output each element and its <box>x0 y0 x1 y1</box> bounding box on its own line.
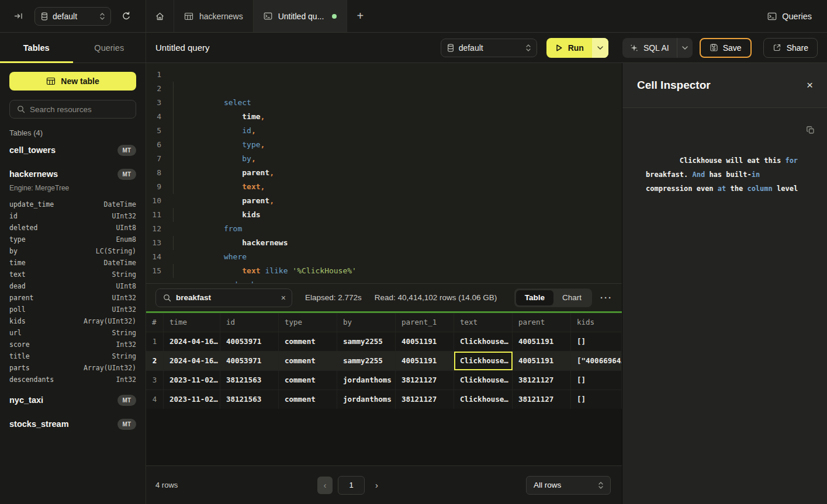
table-cell[interactable]: 2024-04-16… <box>164 352 220 370</box>
code-line[interactable]: 2 time, <box>146 82 622 96</box>
table-cell[interactable]: Clickhouse… <box>454 332 513 351</box>
sql-ai-options-button[interactable] <box>677 38 693 58</box>
table-cell[interactable]: 40051191 <box>513 352 571 370</box>
table-cell[interactable]: Clickhouse… <box>454 371 513 390</box>
copy-button[interactable] <box>806 126 815 135</box>
column-header[interactable]: type <box>279 313 337 332</box>
table-cell[interactable]: 4 <box>146 390 164 409</box>
code-line[interactable]: 14 order by <box>146 250 622 264</box>
column-header[interactable]: by <box>337 313 396 332</box>
sidebar-tab-queries[interactable]: Queries <box>73 33 146 62</box>
sidebar-table-item[interactable]: cell_towers MT <box>9 141 136 159</box>
table-cell[interactable]: 38121127 <box>396 371 454 390</box>
code-line[interactable]: 9 kids <box>146 180 622 194</box>
code-line[interactable]: 1 select <box>146 68 622 82</box>
table-row[interactable]: 12024-04-16…40053971commentsammy22554005… <box>146 332 622 351</box>
code-line[interactable]: 6 parent, <box>146 138 622 152</box>
new-tab-button[interactable]: + <box>347 0 373 32</box>
run-options-button[interactable] <box>592 38 608 58</box>
run-button[interactable]: Run <box>546 38 592 58</box>
table-row[interactable]: 42023-11-02…38121563commentjordanthoms38… <box>146 390 622 409</box>
save-button[interactable]: Save <box>700 38 752 58</box>
sidebar-table-item[interactable]: hackernews MT <box>9 165 136 183</box>
table-cell[interactable]: 38121127 <box>396 390 454 409</box>
close-inspector-button[interactable]: × <box>807 79 813 92</box>
code-line[interactable]: 7 text, <box>146 152 622 166</box>
next-page-button[interactable]: › <box>375 480 378 490</box>
table-cell[interactable]: [] <box>571 390 622 409</box>
query-database-select[interactable]: default <box>441 39 537 57</box>
code-line[interactable]: 12 where <box>146 222 622 236</box>
page-number-input[interactable] <box>338 476 365 495</box>
share-button[interactable]: Share <box>763 38 818 58</box>
table-cell[interactable]: comment <box>279 390 337 409</box>
table-cell[interactable]: Clickhouse… <box>454 390 513 409</box>
table-cell[interactable]: ["40066964… <box>571 352 622 370</box>
table-cell[interactable]: 3 <box>146 371 164 390</box>
page-size-select[interactable]: All rows <box>526 476 611 495</box>
table-cell[interactable]: 2023-11-02… <box>164 371 220 390</box>
table-cell[interactable]: jordanthoms <box>337 390 396 409</box>
code-line[interactable]: 4 type, <box>146 110 622 124</box>
table-cell[interactable]: comment <box>279 371 337 390</box>
table-row[interactable]: 32023-11-02…38121563commentjordanthoms38… <box>146 370 622 390</box>
sidebar-tab-tables[interactable]: Tables <box>0 33 73 62</box>
table-cell[interactable]: 40053971 <box>220 332 279 351</box>
table-cell[interactable]: 40051191 <box>396 332 454 351</box>
view-toggle-table[interactable]: Table <box>516 290 553 305</box>
new-table-button[interactable]: New table <box>9 72 136 91</box>
view-toggle-chart[interactable]: Chart <box>553 290 590 305</box>
table-cell[interactable]: sammy2255 <box>337 332 396 351</box>
sql-ai-button[interactable]: SQL AI <box>622 38 677 58</box>
table-cell[interactable]: [] <box>571 371 622 390</box>
clear-search-button[interactable]: × <box>281 293 286 303</box>
column-header[interactable]: # <box>146 313 164 332</box>
table-cell[interactable]: comment <box>279 332 337 351</box>
table-row[interactable]: 22024-04-16…40053971commentsammy22554005… <box>146 351 622 370</box>
table-cell[interactable]: 2024-04-16… <box>164 332 220 351</box>
code-line[interactable]: 11 hackernews <box>146 208 622 222</box>
table-cell[interactable]: 40051191 <box>513 332 571 351</box>
column-name: parent <box>9 294 34 302</box>
queries-shortcut-button[interactable]: Queries <box>767 0 827 32</box>
table-cell[interactable]: 38121127 <box>513 371 571 390</box>
table-cell[interactable]: [] <box>571 332 622 351</box>
table-cell[interactable]: 2 <box>146 352 164 370</box>
sidebar-table-item[interactable]: stocks_stream MT <box>9 415 136 433</box>
table-cell[interactable]: 2023-11-02… <box>164 390 220 409</box>
code-line[interactable]: 5 by, <box>146 124 622 138</box>
more-options-button[interactable]: ··· <box>600 293 613 303</box>
sidebar-table-item[interactable]: nyc_taxi MT <box>9 391 136 409</box>
table-cell[interactable]: 38121563 <box>220 371 279 390</box>
table-cell[interactable]: sammy2255 <box>337 352 396 370</box>
code-line[interactable]: 10 from <box>146 194 622 208</box>
tab-untitled-query[interactable]: Untitled qu... <box>254 0 348 32</box>
column-header[interactable]: id <box>220 313 279 332</box>
table-cell[interactable]: 40051191 <box>396 352 454 370</box>
table-cell[interactable]: 38121563 <box>220 390 279 409</box>
table-cell[interactable]: 38121127 <box>513 390 571 409</box>
table-cell[interactable]: comment <box>279 352 337 370</box>
column-header[interactable]: time <box>164 313 220 332</box>
results-search-input[interactable] <box>176 293 276 302</box>
column-header[interactable]: parent_1 <box>396 313 454 332</box>
previous-page-button[interactable]: ‹ <box>317 477 333 494</box>
column-header[interactable]: kids <box>571 313 622 332</box>
code-line[interactable]: 15 time desc <box>146 264 622 278</box>
column-header[interactable]: text <box>454 313 513 332</box>
code-line[interactable]: 3 id, <box>146 96 622 110</box>
tab-home[interactable] <box>146 0 174 32</box>
table-cell[interactable]: 1 <box>146 332 164 351</box>
table-cell[interactable]: Clickhouse… <box>454 352 513 370</box>
refresh-button[interactable] <box>122 12 131 21</box>
table-cell[interactable]: 40053971 <box>220 352 279 370</box>
tab-hackernews[interactable]: hackernews <box>174 0 254 32</box>
column-header[interactable]: parent <box>513 313 571 332</box>
sql-editor[interactable]: 1 select 2 time, 3 <box>146 63 622 283</box>
table-cell[interactable]: jordanthoms <box>337 371 396 390</box>
sidebar-collapse-button[interactable] <box>14 12 23 20</box>
code-line[interactable]: 13 text ilike '%ClickHouse%' <box>146 236 622 250</box>
database-select[interactable]: default <box>34 7 111 26</box>
search-resources-input[interactable] <box>30 105 130 114</box>
code-line[interactable]: 8 parent, <box>146 166 622 180</box>
